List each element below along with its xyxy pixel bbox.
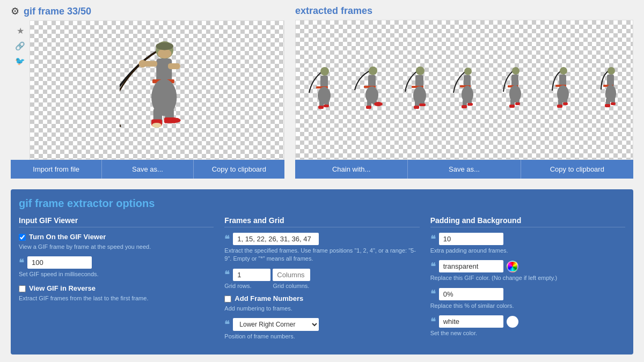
column-input-gif-viewer: Input GIF Viewer Turn On the GIF Viewer … [19,216,214,346]
similarity-desc: Replace this % of similar colors. [430,302,625,310]
turn-on-gif-viewer-row: Turn On the GIF Viewer [19,233,214,241]
top-section: ⚙ gif frame 33/50 ★ 🔗 🐦 [11,5,633,179]
similarity-row: ❝ [430,288,625,300]
copy-to-clipboard-button-right[interactable]: Copy to clipboard [521,160,633,179]
options-section: gif frame extractor options Input GIF Vi… [11,189,633,354]
twitter-icon[interactable]: 🐦 [15,56,25,66]
svg-point-31 [416,67,425,75]
frames-viewer-area [295,20,633,160]
import-from-file-button[interactable]: Import from file [11,160,102,179]
star-icon[interactable]: ★ [17,26,24,36]
save-as-button-right[interactable]: Save as... [408,160,521,179]
svg-rect-45 [462,105,467,108]
grid-group: ❝ Grid rows. Grid columns. [224,269,419,289]
frames-panel: extracted frames [295,5,633,179]
similarity-group: ❝ Replace this % of similar colors. [430,288,625,310]
frames-input[interactable] [233,233,319,245]
frames-input-group: ❝ Extract the specified frames. Use fram… [224,233,419,263]
position-row: ❝ Lower Right Corner Lower Left Corner U… [224,318,419,331]
gif-speed-input[interactable] [27,256,92,269]
frames-panel-header: extracted frames [295,5,633,17]
svg-rect-6 [168,63,180,69]
view-gif-reverse-row: View GIF in Reverse [19,284,214,292]
gif-character-svg [120,36,195,144]
link-icon[interactable]: 🔗 [15,41,25,51]
svg-rect-22 [324,105,329,107]
frame-thumb-3 [396,63,438,117]
save-as-button-left[interactable]: Save as... [102,160,193,179]
gif-panel-header: ⚙ gif frame 33/50 [11,5,284,17]
gif-panel: ⚙ gif frame 33/50 ★ 🔗 🐦 [11,5,284,179]
svg-point-23 [369,67,377,75]
grid-cols-input[interactable] [273,269,310,281]
bg-color-group: ❝ Replace this GIF color. (No change if … [430,260,625,282]
bg-color-swatch[interactable] [507,261,518,272]
svg-point-15 [320,67,329,76]
svg-rect-69 [605,104,610,107]
copy-to-clipboard-button-left[interactable]: Copy to clipboard [194,160,284,179]
svg-rect-48 [511,75,518,87]
gif-panel-title: gif frame 33/50 [24,6,91,17]
svg-rect-64 [607,75,614,86]
add-frame-numbers-row: Add Frame Numbers [224,294,419,302]
svg-rect-61 [557,105,562,108]
padding-group: ❝ Extra padding around frames. [430,233,625,255]
quote-mark-bgcolor: ❝ [430,261,436,272]
bg-color-input[interactable] [439,260,503,272]
padding-input[interactable] [439,233,503,245]
quote-mark-similarity: ❝ [430,288,436,300]
similarity-input[interactable] [439,288,503,300]
position-select[interactable]: Lower Right Corner Lower Left Corner Upp… [233,318,319,331]
grid-rows-input[interactable] [233,269,270,281]
view-gif-reverse-checkbox[interactable] [19,285,26,292]
svg-rect-54 [515,102,520,105]
column-frames-and-grid: Frames and Grid ❝ Extract the specified … [224,216,419,346]
add-frame-numbers-checkbox[interactable] [224,295,231,302]
svg-point-30 [374,102,383,106]
column-padding-background: Padding and Background ❝ Extra padding a… [430,216,625,346]
new-color-group: ❝ Set the new color. [430,315,625,337]
bg-color-desc: Replace this GIF color. (No change if le… [430,274,625,282]
svg-rect-38 [419,104,426,106]
add-frame-numbers-desc: Add numbering to frames. [224,305,419,313]
new-color-swatch[interactable] [507,316,518,328]
gif-speed-row: ❝ [19,256,214,269]
frame-thumb-4 [443,63,486,117]
quote-mark-position: ❝ [224,319,230,330]
position-desc: Position of frame numbers. [224,333,419,341]
options-grid: Input GIF Viewer Turn On the GIF Viewer … [19,216,625,346]
view-gif-reverse-label: View GIF in Reverse [29,284,96,292]
svg-point-55 [560,67,567,75]
new-color-desc: Set the new color. [430,329,625,337]
turn-on-gif-viewer-checkbox[interactable] [19,234,26,241]
turn-on-gif-viewer-group: Turn On the GIF Viewer View a GIF frame … [19,233,214,251]
quote-mark-padding: ❝ [430,233,436,245]
svg-point-13 [171,118,180,123]
gif-panel-toolbar: Import from file Save as... Copy to clip… [11,160,284,179]
chain-with-button[interactable]: Chain with... [295,160,408,179]
frame-thumb-5 [490,63,533,117]
svg-rect-70 [611,102,616,105]
frames-input-desc: Extract the specified frames. Use frame … [224,247,419,263]
svg-point-39 [464,68,472,75]
gif-viewer-area [30,20,284,160]
quote-mark-frames: ❝ [224,233,230,245]
svg-rect-46 [467,103,473,106]
grid-labels-row: Grid rows. Grid columns. [224,283,419,289]
frames-panel-toolbar: Chain with... Save as... Copy to clipboa… [295,160,633,179]
position-group: ❝ Lower Right Corner Lower Left Corner U… [224,318,419,341]
col2-title: Frames and Grid [224,216,419,227]
frame-thumb-6 [537,63,580,117]
svg-rect-29 [366,106,371,109]
svg-point-2 [156,42,173,50]
grid-cols-label: Grid columns. [273,283,309,289]
grid-inputs [233,269,310,281]
gear-icon[interactable]: ⚙ [11,5,19,17]
padding-row: ❝ [430,233,625,245]
add-frame-numbers-label: Add Frame Numbers [235,294,303,302]
new-color-input[interactable] [439,315,503,328]
turn-on-gif-viewer-desc: View a GIF frame by frame at the speed y… [19,243,214,251]
frame-thumb-1 [301,63,344,117]
col1-title: Input GIF Viewer [19,216,214,227]
quote-mark-grid: ❝ [224,269,230,280]
